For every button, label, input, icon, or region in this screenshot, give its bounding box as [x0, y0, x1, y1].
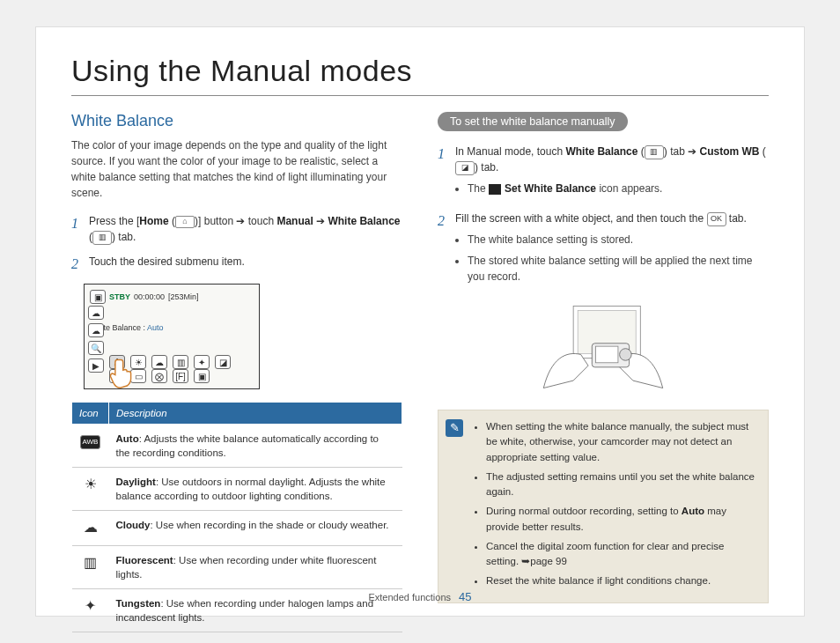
- wb-value: Auto: [147, 323, 164, 332]
- row-desc: Daylight: Use outdoors in normal dayligh…: [109, 468, 402, 511]
- left-step-1: 1 Press the [Home (⌂)] button ➔ touch Ma…: [71, 213, 402, 245]
- left-column: White Balance The color of your image de…: [71, 112, 402, 643]
- zoom-icon: 🔍: [88, 341, 104, 355]
- time-label: 00:00:00: [134, 292, 165, 301]
- stby-label: STBY: [109, 292, 130, 301]
- table-row: AWBAuto: Adjusts the white balance autom…: [72, 425, 402, 468]
- page-number: 45: [459, 590, 471, 603]
- page-footer: Extended functions 45: [36, 590, 804, 603]
- row-desc: Custom WB: Manually adjust the white bal…: [109, 632, 402, 643]
- t: tab.: [726, 212, 747, 225]
- note-item: Cancel the digital zoom function for cle…: [486, 539, 757, 570]
- subsection-pill: To set the white balance manually: [438, 112, 628, 131]
- th-desc: Description: [109, 403, 402, 425]
- step-number: 2: [71, 254, 84, 275]
- svg-rect-3: [596, 346, 618, 363]
- fluor-icon: ▥: [173, 355, 188, 369]
- tungsten-icon: ✦: [194, 355, 210, 369]
- manual-page: Using the Manual modes White Balance The…: [35, 26, 805, 617]
- step-body: Press the [Home (⌂)] button ➔ touch Manu…: [89, 213, 402, 245]
- t: (: [759, 145, 765, 158]
- t: Press the [: [89, 215, 139, 227]
- wb-label: White Balance: [328, 215, 400, 227]
- step-body: Fill the screen with a white object, and…: [455, 211, 769, 290]
- t: ) tab ➔: [664, 145, 700, 158]
- t: ➔: [313, 215, 328, 227]
- note-item: During normal outdoor recording, setting…: [486, 504, 757, 535]
- play-icon: ▶: [88, 358, 104, 373]
- svg-point-4: [620, 349, 632, 361]
- row-icon: ▥: [72, 545, 109, 588]
- custom-wb-icon: ◪: [455, 161, 475, 175]
- row-icon: ◪: [72, 632, 109, 643]
- t: ) tab.: [475, 161, 498, 174]
- mode-icon: ▣: [90, 290, 106, 304]
- set-wb-icon: [489, 184, 501, 195]
- step-number: 1: [71, 213, 84, 245]
- table-row: ☁Cloudy: Use when recording in the shade…: [72, 511, 402, 545]
- t: In Manual mode, touch: [455, 145, 565, 158]
- ok-icon: OK: [707, 212, 726, 226]
- wb-icon: ▥: [92, 231, 112, 245]
- t: (: [169, 215, 175, 227]
- note-item: The adjusted setting remains until you s…: [486, 469, 757, 500]
- table-row: ▥Fluorescent: Use when recording under w…: [72, 545, 402, 588]
- white-balance-heading: White Balance: [71, 112, 402, 130]
- opt-icon: ⨂: [151, 369, 167, 383]
- columns: White Balance The color of your image de…: [71, 112, 769, 643]
- side-icon: ☁: [88, 323, 104, 337]
- note-item: When setting the white balance manually,…: [486, 419, 757, 465]
- wb-label: White Balance: [565, 145, 637, 158]
- row-icon: ☁: [72, 511, 109, 545]
- pointing-hand-icon: [109, 358, 136, 388]
- bullet: The Set White Balance icon appears.: [468, 181, 769, 196]
- row-desc: Cloudy: Use when recording in the shade …: [109, 511, 402, 545]
- note-item: Reset the white balance if light conditi…: [486, 573, 757, 588]
- home-label: Home: [139, 215, 168, 227]
- wb-icon: ▥: [645, 145, 664, 159]
- t: The: [468, 182, 489, 195]
- remain-label: [253Min]: [168, 292, 199, 301]
- step-body: In Manual mode, touch White Balance (▥) …: [455, 144, 769, 202]
- camcorder-screen: ▣ STBY 00:00:00 [253Min] ☁ ☁ 🔍 ▶ White B…: [84, 284, 260, 389]
- opt-icon: ▣: [194, 369, 210, 383]
- intro-text: The color of your image depends on the t…: [71, 137, 402, 201]
- hands-camera-illustration: [519, 299, 687, 395]
- t: ) tab.: [112, 231, 136, 243]
- t: (: [637, 145, 644, 158]
- white-balance-table: Icon Description AWBAuto: Adjusts the wh…: [71, 402, 402, 643]
- row-desc: Auto: Adjusts the white balance automati…: [109, 425, 402, 468]
- table-row: ☀Daylight: Use outdoors in normal daylig…: [72, 468, 402, 511]
- bullet: The white balance setting is stored.: [468, 232, 769, 248]
- right-column: To set the white balance manually 1 In M…: [438, 112, 769, 643]
- step-number: 1: [438, 144, 450, 202]
- manual-label: Manual: [276, 215, 313, 227]
- bullet: The stored white balance setting will be…: [468, 253, 769, 285]
- right-step-2: 2 Fill the screen with a white object, a…: [438, 211, 769, 290]
- right-step-1: 1 In Manual mode, touch White Balance (▥…: [438, 144, 769, 202]
- note-icon: ✎: [446, 419, 463, 437]
- custom-wb-label: Custom WB: [699, 145, 759, 158]
- row-icon: AWB: [72, 425, 109, 468]
- footer-section: Extended functions: [368, 592, 451, 602]
- side-icon: ☁: [88, 306, 104, 320]
- custom-icon: ◪: [215, 355, 231, 369]
- table-row: ◪Custom WB: Manually adjust the white ba…: [72, 632, 402, 643]
- notes-box: ✎ When setting the white balance manuall…: [438, 410, 769, 603]
- t: )] button ➔ touch: [195, 215, 276, 227]
- swb-label: Set White Balance: [505, 182, 596, 195]
- row-icon: ☀: [72, 468, 109, 511]
- opt-icon: [F]: [173, 369, 188, 383]
- t: Fill the screen with a white object, and…: [455, 212, 707, 225]
- home-icon: ⌂: [175, 216, 195, 228]
- page-title: Using the Manual modes: [71, 54, 769, 96]
- step-number: 2: [438, 211, 450, 290]
- row-desc: Fluorescent: Use when recording under wh…: [109, 545, 402, 588]
- th-icon: Icon: [72, 403, 109, 425]
- t: icon appears.: [596, 182, 662, 195]
- left-step-2: 2 Touch the desired submenu item.: [71, 254, 402, 275]
- cloud-icon: ☁: [151, 355, 167, 369]
- step-body: Touch the desired submenu item.: [89, 254, 402, 275]
